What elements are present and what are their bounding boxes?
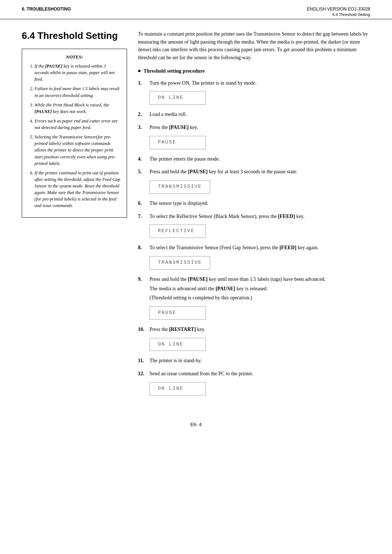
step-content-4: The printer enters the pause mode. xyxy=(150,155,370,165)
lcd-display-1: ON LINE xyxy=(150,91,206,105)
step-content-5: Press and hold the [PAUSE] key for at le… xyxy=(150,168,370,196)
header-version: ENGLISH VERSION EO1-33028 xyxy=(307,7,370,12)
main-content: 6.4 Threshold Setting NOTES: If the [PAU… xyxy=(0,19,392,416)
step-4: 4. The printer enters the pause mode. xyxy=(138,155,370,165)
pause-key-ref2: [PAUSE] xyxy=(34,109,52,114)
step-num-7: 7. xyxy=(138,213,146,221)
notes-title: NOTES: xyxy=(28,54,121,60)
step-content-9: Press and hold the [PAUSE] key until mor… xyxy=(150,275,370,322)
step-num-1: 1. xyxy=(138,79,146,87)
step-num-3: 3. xyxy=(138,124,146,132)
step-content-11: The printer is in stand-by. xyxy=(150,357,370,366)
section-title: 6.4 Threshold Setting xyxy=(22,30,127,41)
step-12: 12. Send an issue command from the PC to… xyxy=(138,370,370,398)
step-content-2: Load a media roll. xyxy=(150,110,370,120)
step-num-11: 11. xyxy=(138,357,146,365)
list-item: If the printer continued to print out of… xyxy=(34,170,121,209)
notes-list: If the [PAUSE] key is released within 3 … xyxy=(28,63,121,209)
page-header: 6. TROUBLESHOOTING ENGLISH VERSION EO1-3… xyxy=(0,0,392,19)
right-column: To maintain a constant print position th… xyxy=(138,30,370,401)
step-num-10: 10. xyxy=(138,325,146,333)
step-9: 9. Press and hold the [PAUSE] key until … xyxy=(138,275,370,322)
step-num-8: 8. xyxy=(138,244,146,252)
list-item: Failure to feed more than 1.5 labels may… xyxy=(34,85,121,98)
left-column: 6.4 Threshold Setting NOTES: If the [PAU… xyxy=(22,30,127,401)
step-2: 2. Load a media roll. xyxy=(138,110,370,120)
steps-list: 1. Turn the power ON. The printer is in … xyxy=(138,79,370,398)
step-content-7: To select the Reflective Sensor (Black M… xyxy=(150,213,370,240)
lcd-display-3: PAUSE xyxy=(150,136,206,149)
pause-key-ref: [PAUSE] xyxy=(45,64,62,69)
step-8: 8. To select the Transmissive Sensor (Fe… xyxy=(138,244,370,272)
page-footer: E6- 4 xyxy=(0,416,392,434)
step-content-1: Turn the power ON. The printer is in sta… xyxy=(150,79,370,107)
step-num-9: 9. xyxy=(138,275,146,283)
procedure-title: Threshold setting procedure xyxy=(138,68,370,74)
header-right: ENGLISH VERSION EO1-33028 6.4 Threshold … xyxy=(307,7,370,17)
step-num-4: 4. xyxy=(138,155,146,163)
list-item: While the Print Head Block is raised, th… xyxy=(34,102,121,115)
header-section-label: 6. TROUBLESHOOTING xyxy=(22,7,71,12)
step-num-6: 6. xyxy=(138,199,146,207)
step-num-2: 2. xyxy=(138,110,146,118)
step-10: 10. Press the [RESTART] key. ON LINE xyxy=(138,325,370,353)
lcd-display-12: ON LINE xyxy=(150,382,206,396)
step-6: 6. The sensor type is displayed. xyxy=(138,199,370,209)
notes-box: NOTES: If the [PAUSE] key is released wi… xyxy=(22,49,127,218)
lcd-display-8: TRANSMISSIVE xyxy=(150,256,210,270)
step-num-5: 5. xyxy=(138,168,146,176)
list-item: Errors such as paper end and cutter erro… xyxy=(34,118,121,131)
step-5: 5. Press and hold the [PAUSE] key for at… xyxy=(138,168,370,196)
list-item: If the [PAUSE] key is released within 3 … xyxy=(34,63,121,82)
step-content-3: Press the [PAUSE] key. PAUSE xyxy=(150,124,370,151)
step-content-8: To select the Transmissive Sensor (Feed … xyxy=(150,244,370,272)
lcd-display-10: ON LINE xyxy=(150,338,206,351)
lcd-display-9: PAUSE xyxy=(150,306,206,320)
page: 6. TROUBLESHOOTING ENGLISH VERSION EO1-3… xyxy=(0,0,392,554)
lcd-display-5: TRANSMISSIVE xyxy=(150,180,210,194)
header-subsection: 6.4 Threshold Setting xyxy=(307,12,370,17)
step-3: 3. Press the [PAUSE] key. PAUSE xyxy=(138,124,370,151)
page-number: E6- 4 xyxy=(190,422,201,427)
step-num-12: 12. xyxy=(138,370,146,378)
intro-text: To maintain a constant print position th… xyxy=(138,30,370,62)
step-11: 11. The printer is in stand-by. xyxy=(138,357,370,366)
step-7: 7. To select the Reflective Sensor (Blac… xyxy=(138,213,370,240)
step-content-10: Press the [RESTART] key. ON LINE xyxy=(150,325,370,353)
lcd-display-7: REFLECTIVE xyxy=(150,225,206,238)
step-content-12: Send an issue command from the PC to the… xyxy=(150,370,370,398)
list-item: Selecting the Transmissive Sensor(for pr… xyxy=(34,134,121,167)
step-1: 1. Turn the power ON. The printer is in … xyxy=(138,79,370,107)
step-content-6: The sensor type is displayed. xyxy=(150,199,370,209)
